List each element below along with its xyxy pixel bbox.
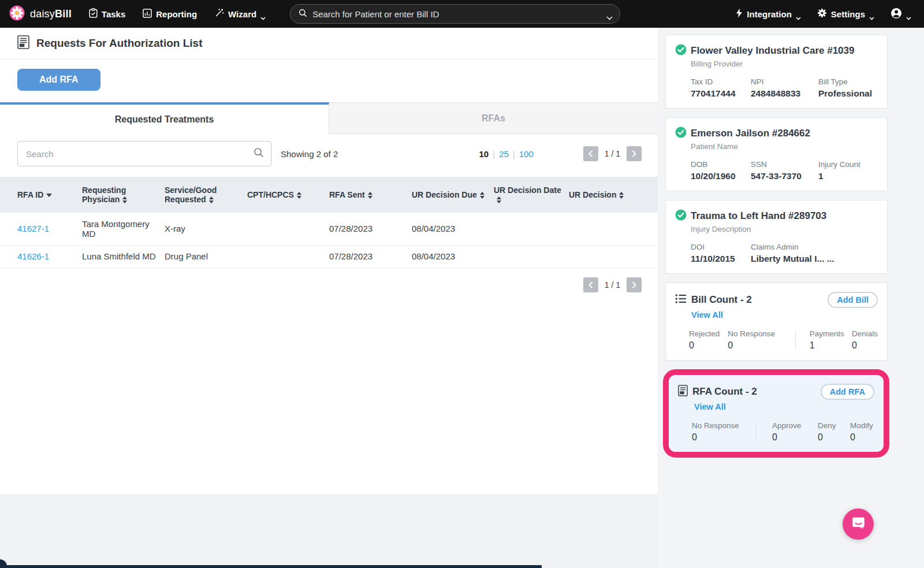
field-tax-id: Tax ID 770417444 <box>691 77 751 99</box>
patient-card: Emerson Jailson #284662 Patient Name DOB… <box>665 117 888 191</box>
provider-subtitle: Billing Provider <box>691 60 878 68</box>
table-row: 41626-1 Luna Smithfeld MD Drug Panel 07/… <box>0 245 658 268</box>
nav-wizard[interactable]: Wizard <box>214 8 266 20</box>
nav-tasks[interactable]: Tasks <box>89 8 125 20</box>
stat-deny: Deny 0 <box>818 421 850 443</box>
daisy-flower-icon <box>9 5 25 23</box>
col-header-ur-decision[interactable]: UR Decision <box>569 177 658 213</box>
bill-view-all-link[interactable]: View All <box>691 310 723 320</box>
bill-count-card: Bill Count - 2 Add Bill View All Rejecte… <box>665 283 888 361</box>
page-size-25[interactable]: 25 <box>499 149 509 159</box>
next-page-button[interactable] <box>627 277 642 292</box>
col-header-rfa-id[interactable]: RFA ID <box>0 177 82 213</box>
col-header-requesting-physician[interactable]: Requesting Physician <box>82 177 165 213</box>
sort-icon <box>619 192 624 199</box>
top-navbar: daisyBill Tasks Reporting <box>0 0 924 28</box>
bill-list-icon <box>675 294 687 306</box>
page-size-selector: 10 | 25 | 100 <box>479 149 534 159</box>
stat-payments: Payments 1 <box>810 329 852 351</box>
col-header-rfa-sent[interactable]: RFA Sent <box>329 177 412 213</box>
list-search-input[interactable] <box>26 149 254 159</box>
rfa-document-icon <box>17 35 29 51</box>
injury-card: Trauma to Left Hand #289703 Injury Descr… <box>665 200 888 274</box>
add-rfa-button[interactable]: Add RFA <box>17 69 100 91</box>
chat-launcher-button[interactable] <box>843 508 874 540</box>
rfa-id-link[interactable]: 41626-1 <box>17 251 49 261</box>
bottom-edge-bar <box>0 565 542 568</box>
tasks-clipboard-icon <box>89 8 98 20</box>
next-page-button[interactable] <box>627 146 642 161</box>
sort-icon <box>122 196 127 203</box>
rfa-count-highlight-ring: RFA Count - 2 Add RFA View All No Respon… <box>663 369 889 458</box>
chevron-down-icon <box>796 12 801 16</box>
search-icon <box>299 9 307 20</box>
page-indicator: 1 / 1 <box>605 280 620 289</box>
tab-requested-treatments[interactable]: Requested Treatments <box>0 102 329 134</box>
check-circle-icon <box>675 127 687 140</box>
sort-icon <box>297 192 301 199</box>
col-header-ur-decision-due[interactable]: UR Decision Due <box>412 177 494 213</box>
chevron-down-icon <box>260 12 266 16</box>
global-search <box>290 4 620 24</box>
check-circle-icon <box>675 44 687 58</box>
field-ssn: SSN 547-33-7370 <box>751 160 818 181</box>
add-bill-button[interactable]: Add Bill <box>828 292 878 308</box>
page-header: Requests For Authorization List <box>0 28 658 60</box>
stat-divider <box>795 331 796 350</box>
brand-name: daisyBill <box>30 8 72 20</box>
injury-title: Trauma to Left Hand #289703 <box>691 210 826 222</box>
field-dob: DOB 10/20/1960 <box>691 160 751 181</box>
global-search-input[interactable] <box>312 9 601 19</box>
reporting-chart-icon <box>143 9 152 20</box>
col-header-cpt-hcpcs[interactable]: CPT/HCPCS <box>247 177 329 213</box>
field-injury-count: Injury Count 1 <box>818 160 878 181</box>
patient-title: Emerson Jailson #284662 <box>691 128 810 139</box>
pagination-top: 1 / 1 <box>583 146 642 161</box>
tab-rfas[interactable]: RFAs <box>329 102 658 134</box>
col-header-service-good[interactable]: Service/Good Requested <box>165 177 247 213</box>
billing-provider-card: Flower Valley Industrial Care #1039 Bill… <box>665 35 888 109</box>
prev-page-button[interactable] <box>583 277 598 292</box>
app-root: daisyBill Tasks Reporting <box>0 0 924 568</box>
table-header-row: RFA ID Requesting Physician Service/Good… <box>0 177 658 213</box>
provider-title: Flower Valley Industrial Care #1039 <box>691 45 854 57</box>
nav-settings[interactable]: Settings <box>817 8 874 20</box>
add-rfa-sidebar-button[interactable]: Add RFA <box>821 384 874 400</box>
field-doi: DOI 11/10/2015 <box>691 243 751 264</box>
lightning-bolt-icon <box>736 8 743 20</box>
field-npi: NPI 2484848833 <box>751 77 818 99</box>
stat-modify: Modify 0 <box>850 421 874 443</box>
action-row: Add RFA <box>0 60 658 102</box>
rfa-view-all-link[interactable]: View All <box>694 402 726 411</box>
page-indicator: 1 / 1 <box>605 149 620 158</box>
stat-divider <box>755 422 756 441</box>
prev-page-button[interactable] <box>583 146 598 161</box>
field-claims-admin: Claims Admin Liberty Mutual I... ... <box>751 243 878 264</box>
check-circle-icon <box>675 209 687 223</box>
user-account-icon <box>891 8 902 21</box>
chat-bubble-icon <box>851 515 866 533</box>
col-header-ur-decision-date[interactable]: UR Decision Date <box>494 177 569 213</box>
requested-treatments-table: RFA ID Requesting Physician Service/Good… <box>0 177 658 268</box>
context-sidebar: Flower Valley Industrial Care #1039 Bill… <box>658 28 924 568</box>
page-size-10[interactable]: 10 <box>479 149 489 159</box>
gear-icon <box>817 8 827 20</box>
sort-icon <box>209 196 214 203</box>
rfa-id-link[interactable]: 41627-1 <box>17 224 49 233</box>
nav-integration[interactable]: Integration <box>736 8 801 20</box>
nav-reporting[interactable]: Reporting <box>143 9 197 20</box>
page-size-100[interactable]: 100 <box>519 149 534 159</box>
rfa-count-title: RFA Count - 2 <box>692 386 757 398</box>
stat-no-response: No Response 0 <box>728 329 795 351</box>
nav-account[interactable] <box>891 8 911 21</box>
stat-approve: Approve 0 <box>772 421 818 443</box>
daisybill-logo[interactable]: daisyBill <box>9 5 72 23</box>
field-bill-type: Bill Type Professional <box>818 77 878 99</box>
list-search <box>17 141 271 166</box>
sort-icon <box>368 192 372 199</box>
injury-subtitle: Injury Description <box>691 225 878 233</box>
search-chevron-down-icon[interactable] <box>606 12 612 16</box>
tab-bar: Requested Treatments RFAs <box>0 102 658 134</box>
bottom-edge-corner <box>0 559 7 568</box>
table-row: 41627-1 Tara Montgomery MD X-ray 07/28/2… <box>0 213 658 245</box>
